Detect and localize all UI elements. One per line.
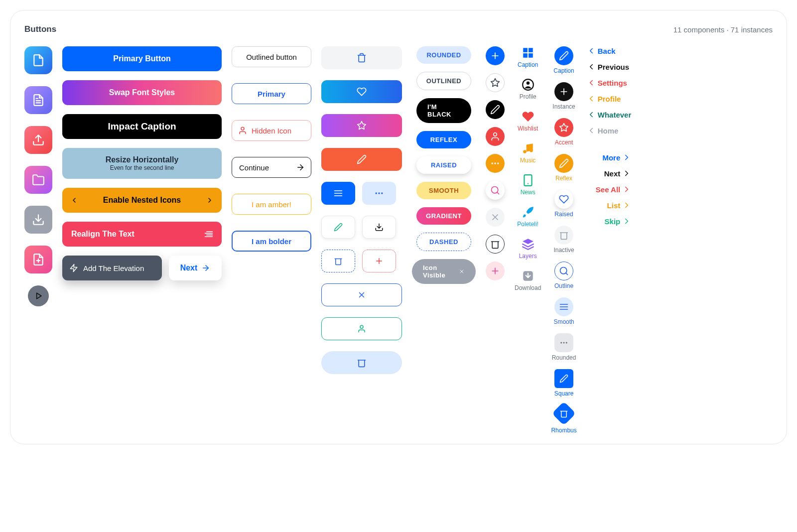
caption-wishlist[interactable]: Wishlist: [518, 110, 538, 132]
file-icon-button[interactable]: [24, 46, 52, 74]
dashed-pill[interactable]: DASHED: [416, 233, 471, 251]
more-link[interactable]: More: [602, 153, 631, 162]
plus-dotted[interactable]: [362, 250, 396, 272]
more-bar[interactable]: [362, 182, 396, 205]
caption-accent[interactable]: Accent: [554, 118, 573, 146]
caption-profile[interactable]: Profile: [520, 78, 536, 100]
plus-circle-soft[interactable]: [486, 262, 505, 280]
dots-circle[interactable]: [486, 154, 505, 173]
caption-news[interactable]: News: [521, 174, 535, 196]
realign-button[interactable]: Realign The Text: [62, 222, 222, 247]
document-icon-button[interactable]: [24, 86, 52, 114]
add-file-icon-button[interactable]: [24, 246, 52, 273]
download-raised[interactable]: [362, 216, 396, 239]
star-bar[interactable]: [321, 114, 402, 137]
caption-grid[interactable]: Caption: [518, 46, 538, 68]
svg-rect-37: [529, 48, 533, 52]
trash-pill[interactable]: [321, 351, 402, 374]
label: Add The Elevation: [83, 264, 144, 272]
caption-inactive[interactable]: Inactive: [553, 226, 574, 254]
caption-poleteli[interactable]: Poleteli!: [517, 206, 538, 228]
rounded-pill[interactable]: ROUNDED: [416, 46, 471, 64]
caption-outline2[interactable]: Outline: [554, 262, 573, 289]
caption-smooth2[interactable]: Smooth: [553, 297, 574, 325]
plus-circle[interactable]: [486, 46, 505, 65]
heart-icon: [559, 194, 569, 204]
reflex-pill[interactable]: REFLEX: [416, 131, 471, 148]
amber-button[interactable]: I am amber!: [232, 194, 311, 215]
chevron-right-icon: [206, 196, 214, 204]
caption-reflex[interactable]: Reflex: [554, 154, 573, 182]
svg-point-14: [378, 192, 380, 194]
resize-button[interactable]: Resize Horizontally Even for the second …: [62, 148, 222, 179]
caption-square[interactable]: Square: [554, 369, 574, 397]
trash-dashed[interactable]: [321, 250, 355, 272]
caption-download[interactable]: Download: [515, 269, 541, 291]
star-circle[interactable]: [486, 73, 505, 92]
label: OUTLINED: [426, 77, 461, 85]
elevation-button[interactable]: Add The Elevation: [62, 256, 162, 280]
caption-instance[interactable]: Instance: [552, 82, 575, 110]
download-icon-button[interactable]: [24, 206, 52, 234]
icon-visible-pill[interactable]: Icon Visible: [412, 259, 476, 284]
user-circle[interactable]: [486, 127, 505, 146]
primary-button[interactable]: Primary Button: [62, 46, 222, 71]
outlined-pill[interactable]: OUTLINED: [416, 72, 471, 90]
svg-marker-9: [358, 122, 366, 130]
edit-bar[interactable]: [321, 148, 402, 171]
caption-layers[interactable]: Layers: [519, 238, 537, 260]
profile-link[interactable]: Profile: [587, 94, 621, 103]
smooth-pill[interactable]: SMOOTH: [416, 182, 471, 199]
bolder-button[interactable]: I am bolder: [232, 231, 311, 252]
outlined-button[interactable]: Outlined button: [232, 46, 311, 67]
next-link[interactable]: Next: [604, 169, 632, 178]
x-circle-grey[interactable]: [486, 208, 505, 227]
raised-pill[interactable]: RAISED: [416, 156, 471, 174]
svg-point-20: [360, 325, 363, 328]
edit-icon: [559, 374, 568, 383]
svg-marker-25: [491, 79, 500, 87]
user-outline[interactable]: [321, 317, 402, 340]
label: Settings: [598, 79, 627, 87]
caption-rhombus[interactable]: Rhombus: [551, 405, 576, 434]
plus-icon: [559, 87, 569, 97]
back-link[interactable]: Back: [587, 46, 616, 55]
hidden-icon-button[interactable]: Hidden Icon: [232, 120, 311, 141]
search-circle[interactable]: [486, 181, 505, 200]
menu-bar[interactable]: [321, 182, 355, 205]
heart-bar[interactable]: [321, 80, 402, 103]
label: Caption: [518, 61, 538, 68]
trash-bar[interactable]: [321, 46, 402, 69]
gradient-pill[interactable]: GRADIENT: [416, 207, 471, 225]
upload-icon-button[interactable]: [24, 126, 52, 154]
previous-link[interactable]: Previous: [587, 62, 629, 71]
seeall-link[interactable]: See All: [596, 185, 631, 194]
whatever-link[interactable]: Whatever: [587, 110, 632, 119]
nested-icons-button[interactable]: Enable Nested Icons: [62, 188, 222, 213]
dots-icon: [559, 338, 568, 347]
impact-button[interactable]: Impact Caption: [62, 114, 222, 139]
chevron-right-icon: [622, 201, 631, 210]
caption-music[interactable]: Music: [520, 142, 535, 164]
skip-link[interactable]: Skip: [605, 217, 632, 226]
caption-raised[interactable]: Raised: [554, 190, 573, 218]
home-link[interactable]: Home: [587, 126, 619, 135]
list-link[interactable]: List: [607, 201, 632, 210]
label: Back: [598, 47, 616, 55]
caption-rounded2[interactable]: Rounded: [552, 333, 576, 361]
swap-font-button[interactable]: Swap Font Styles: [62, 80, 222, 105]
trash-icon: [334, 257, 343, 266]
edit-raised[interactable]: [321, 216, 355, 239]
folder-icon-button[interactable]: [24, 166, 52, 194]
edit-circle[interactable]: [486, 100, 505, 119]
settings-link[interactable]: Settings: [587, 78, 627, 87]
svg-point-28: [494, 162, 496, 164]
black-pill[interactable]: I'M BLACK: [416, 98, 471, 123]
trash-circle[interactable]: [486, 235, 505, 254]
x-outline[interactable]: [321, 283, 402, 306]
primary-outlined-button[interactable]: Primary: [232, 83, 311, 104]
caption-caption2[interactable]: Caption: [553, 46, 574, 74]
play-icon-button[interactable]: [28, 285, 49, 306]
continue-button[interactable]: Continue: [232, 157, 311, 178]
next-button[interactable]: Next: [169, 256, 222, 280]
